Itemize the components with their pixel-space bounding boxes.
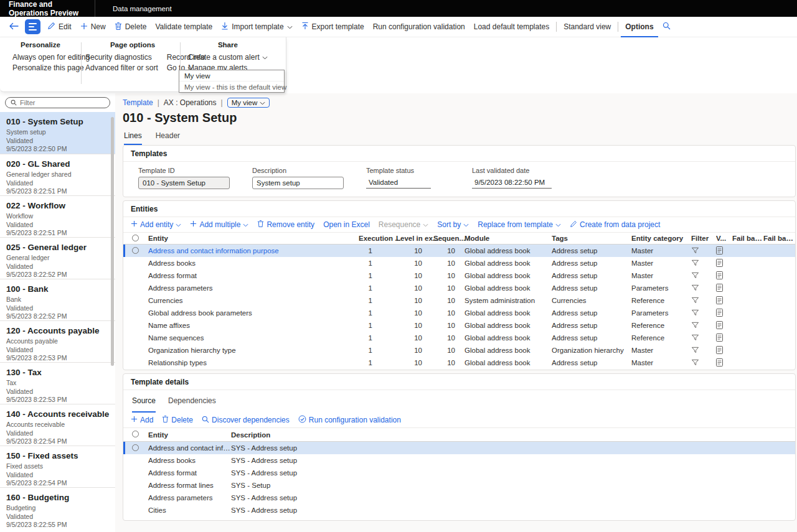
create-custom-alert-button[interactable]: Create a custom alert xyxy=(188,52,268,63)
template-list-item[interactable]: 025 - General ledger General ledger Vali… xyxy=(0,237,115,279)
personalize-this-page-button[interactable]: Personalize this page xyxy=(12,63,81,73)
sort-by-button[interactable]: Sort by xyxy=(437,220,469,229)
document-icon[interactable] xyxy=(716,284,723,293)
site-map-toggle-button[interactable] xyxy=(25,19,40,34)
row-selector-radio[interactable] xyxy=(132,444,139,451)
breadcrumb-template-link[interactable]: Template xyxy=(123,98,153,107)
column-header-entity[interactable]: Entity xyxy=(148,235,354,242)
options-tab[interactable]: Options xyxy=(621,17,658,37)
filter-icon[interactable] xyxy=(691,284,699,293)
entity-name[interactable]: Address format lines xyxy=(148,482,231,489)
add-button[interactable]: Add xyxy=(131,416,153,424)
tab-data-management[interactable]: Data management xyxy=(95,5,189,12)
entity-name[interactable]: Address format xyxy=(148,272,354,279)
entity-row[interactable]: Name sequences 1 10 10 Global address bo… xyxy=(123,332,795,344)
replace-from-template-button[interactable]: Replace from template xyxy=(478,220,561,229)
create-from-data-project-button[interactable]: Create from data project xyxy=(570,220,660,230)
edit-button[interactable]: Edit xyxy=(43,17,76,37)
column-header-tags[interactable]: Tags xyxy=(552,235,631,242)
template-list-item[interactable]: 022 - Workflow Workflow Validated 9/5/20… xyxy=(0,195,115,237)
document-icon[interactable] xyxy=(716,346,723,355)
run-configuration-validation-button[interactable]: Run configuration validation xyxy=(298,415,401,425)
discover-dependencies-button[interactable]: Discover dependencies xyxy=(202,416,290,425)
filter-box[interactable] xyxy=(5,97,110,108)
entity-name[interactable]: Global address book parameters xyxy=(148,309,354,317)
entity-name[interactable]: Address books xyxy=(148,259,354,267)
entity-name[interactable]: Address books xyxy=(148,457,231,464)
remove-entity-button[interactable]: Remove entity xyxy=(257,220,314,230)
tab-dependencies[interactable]: Dependencies xyxy=(168,396,216,413)
entity-name[interactable]: Name affixes xyxy=(148,322,354,329)
entity-row[interactable]: Address and contact information purpose … xyxy=(123,245,795,257)
filter-input[interactable] xyxy=(20,99,105,106)
search-button[interactable] xyxy=(659,19,674,34)
always-open-for-editing-button[interactable]: Always open for editing xyxy=(12,52,81,63)
column-header-module[interactable]: Module xyxy=(465,235,552,242)
column-header-description[interactable]: Description xyxy=(231,431,795,439)
advanced-filter-or-sort-button[interactable]: Advanced filter or sort xyxy=(85,63,158,73)
open-in-excel-button[interactable]: Open in Excel xyxy=(323,220,370,229)
entity-name[interactable]: Address and contact infor... xyxy=(148,444,231,452)
filter-icon[interactable] xyxy=(691,246,699,256)
filter-icon[interactable] xyxy=(691,334,699,343)
detail-row[interactable]: Cities SYS - Address setup xyxy=(123,504,795,516)
load-default-templates-button[interactable]: Load default templates xyxy=(469,17,554,37)
template-list-item[interactable]: 160 - Budgeting Budgeting Validated 9/5/… xyxy=(0,487,115,529)
template-list-item[interactable]: 130 - Tax Tax Validated 9/5/2023 8:22:53… xyxy=(0,362,115,404)
column-header-category[interactable]: Entity category xyxy=(631,235,691,242)
export-template-button[interactable]: Export template xyxy=(297,17,369,37)
tab-source[interactable]: Source xyxy=(132,396,156,413)
template-list-item[interactable]: 120 - Accounts payable Accounts payable … xyxy=(0,320,115,362)
template-list-item[interactable]: 100 - Bank Bank Validated 9/5/2023 8:22:… xyxy=(0,279,115,320)
run-configuration-validation-button[interactable]: Run configuration validation xyxy=(369,17,469,37)
entity-row[interactable]: Currencies 1 10 10 System administration… xyxy=(123,294,795,307)
menu-item-my-view[interactable]: My view xyxy=(179,70,284,81)
document-icon[interactable] xyxy=(716,334,723,343)
document-icon[interactable] xyxy=(716,309,723,318)
detail-row[interactable]: Address format lines SYS - Setup xyxy=(123,479,795,492)
column-header-entity[interactable]: Entity xyxy=(148,431,231,439)
entity-row[interactable]: Address format 1 10 10 Global address bo… xyxy=(123,269,795,282)
add-multiple-button[interactable]: Add multiple xyxy=(190,220,248,229)
document-icon[interactable] xyxy=(716,259,723,268)
entity-name[interactable]: Address format xyxy=(148,469,231,477)
entities-section-title[interactable]: Entities xyxy=(123,201,795,217)
detail-row[interactable]: Address format SYS - Address setup xyxy=(123,467,795,479)
standard-view-button[interactable]: Standard view xyxy=(559,17,615,37)
detail-row[interactable]: Address and contact infor... SYS - Addre… xyxy=(123,442,795,454)
delete-button[interactable]: Delete xyxy=(162,415,193,425)
entity-row[interactable]: Address parameters 1 10 10 Global addres… xyxy=(123,282,795,294)
detail-row[interactable]: Address parameters SYS - Address setup xyxy=(123,492,795,504)
document-icon[interactable] xyxy=(716,246,723,256)
filter-icon[interactable] xyxy=(691,296,699,306)
template-list-item[interactable]: 020 - GL Shared General ledger shared Va… xyxy=(0,154,115,195)
view-selector[interactable]: My view xyxy=(227,98,270,108)
column-header-filter[interactable]: Filter xyxy=(691,235,716,242)
entity-row[interactable]: Name affixes 1 10 10 Global address book… xyxy=(123,319,795,332)
new-button[interactable]: New xyxy=(76,17,110,37)
back-button[interactable] xyxy=(6,19,21,34)
column-header-fail-batch-2[interactable]: Fail batch ... xyxy=(763,235,795,242)
filter-icon[interactable] xyxy=(691,309,699,318)
row-selector-radio[interactable] xyxy=(132,247,139,254)
column-header-fail-batch-1[interactable]: Fail batch ... xyxy=(732,235,763,242)
document-icon[interactable] xyxy=(716,296,723,306)
entity-row[interactable]: Users 1 10 10 System administration Secu… xyxy=(123,369,795,370)
template-details-title[interactable]: Template details xyxy=(123,374,795,390)
entity-name[interactable]: Address and contact information purpose xyxy=(148,247,354,254)
entity-name[interactable]: Address parameters xyxy=(148,284,354,292)
resequence-button[interactable]: Resequence xyxy=(379,220,428,229)
entity-name[interactable]: Relationship types xyxy=(148,359,354,366)
description-field[interactable] xyxy=(252,177,344,189)
menu-item-my-view-default[interactable]: My view - this is the default view xyxy=(179,81,284,92)
tab-lines[interactable]: Lines xyxy=(124,131,142,145)
entity-name[interactable]: Cities xyxy=(148,506,231,514)
filter-icon[interactable] xyxy=(691,346,699,355)
filter-icon[interactable] xyxy=(691,358,699,368)
filter-icon[interactable] xyxy=(691,321,699,330)
entity-name[interactable]: Organization hierarchy type xyxy=(148,347,354,354)
delete-button[interactable]: Delete xyxy=(110,17,151,37)
app-title[interactable]: Finance and Operations Preview xyxy=(0,0,95,17)
template-list-item[interactable]: 010 - System Setup System setup Validate… xyxy=(0,112,115,154)
document-icon[interactable] xyxy=(716,271,723,281)
